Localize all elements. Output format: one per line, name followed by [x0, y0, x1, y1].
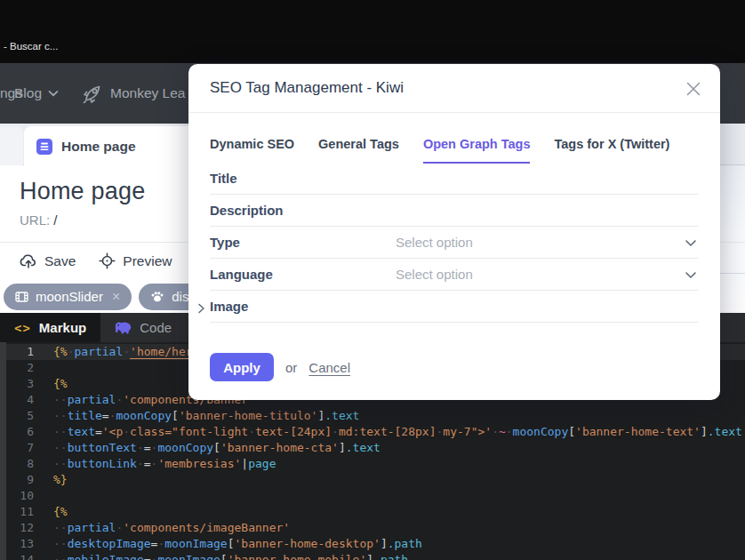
upload-cloud-icon	[20, 253, 37, 269]
chevron-down-icon	[685, 271, 697, 279]
modal-tab-open-graph-tags[interactable]: Open Graph Tags	[423, 137, 531, 164]
modal-fields: TitleDescriptionTypeSelect optionLanguag…	[210, 163, 699, 323]
line-number: 3	[0, 376, 46, 392]
code-text: ··text='<p·class="font-light·text-[24px]…	[46, 424, 745, 440]
code-text: {%	[46, 376, 68, 392]
browser-topbar: - Buscar c...	[0, 0, 745, 63]
modal-header: SEO Tag Management - Kiwi	[188, 64, 720, 113]
code-line[interactable]: 5··title=·moonCopy['banner-home-titulo']…	[0, 408, 745, 424]
nav-monkey-label: Monkey Lea	[110, 85, 185, 101]
save-button[interactable]: Save	[20, 253, 76, 269]
code-line[interactable]: 9%}	[0, 472, 745, 488]
code-text	[46, 360, 53, 376]
line-number: 12	[0, 520, 46, 536]
line-number: 7	[0, 440, 46, 456]
field-placeholder-language[interactable]: Select option	[396, 267, 685, 282]
close-icon[interactable]	[685, 80, 702, 98]
line-number: 4	[0, 392, 46, 408]
chevron-down-icon	[685, 239, 697, 247]
tab-home-page-label: Home page	[61, 139, 136, 155]
field-label-language: Language	[210, 267, 396, 282]
field-row-title: Title	[210, 163, 699, 195]
code-text: ··title=·moonCopy['banner-home-titulo'].…	[46, 408, 359, 424]
field-label-type: Type	[210, 235, 396, 250]
chevron-right-icon	[197, 303, 205, 314]
modal-actions: Apply or Cancel	[210, 353, 350, 381]
component-pill-label: moonSlider	[36, 289, 103, 304]
modal-tabs: Dynamic SEOGeneral TagsOpen Graph TagsTa…	[188, 113, 720, 164]
chevron-down-icon	[48, 90, 59, 97]
code-text: ··mobileImage=·moonImage['banner-home-mo…	[46, 552, 408, 560]
preview-button[interactable]: Preview	[99, 252, 172, 269]
code-line[interactable]: 8··buttonLink·=·'membresias'|page	[0, 456, 745, 472]
editor-tab-code[interactable]: Code	[100, 313, 186, 342]
field-label-description: Description	[210, 203, 396, 218]
chevron-down-icon[interactable]	[685, 235, 697, 251]
code-text: ··buttonText·=·moonCopy['banner-home-cta…	[46, 440, 381, 456]
cancel-link[interactable]: Cancel	[308, 360, 350, 375]
line-number: 10	[0, 488, 46, 504]
line-number: 8	[0, 456, 46, 472]
line-number: 11	[0, 504, 46, 520]
modal-tab-dynamic-seo[interactable]: Dynamic SEO	[210, 137, 294, 164]
screen: - Buscar c... Blog Monkey Lea ngs	[0, 0, 745, 560]
php-elephant-icon	[115, 321, 132, 334]
editor-tab-markup[interactable]: <>Markup	[0, 313, 100, 342]
chevron-right-icon[interactable]	[197, 301, 205, 317]
field-row-language[interactable]: LanguageSelect option	[210, 259, 699, 291]
code-text: ··partial·'components/imageBanner'	[46, 520, 290, 536]
editor-left-strip	[0, 342, 6, 560]
apply-button[interactable]: Apply	[210, 353, 274, 381]
rocket-icon	[80, 82, 104, 106]
page-title: Home page	[20, 178, 145, 205]
field-placeholder-type[interactable]: Select option	[396, 235, 685, 250]
field-row-description: Description	[210, 195, 699, 227]
field-row-type[interactable]: TypeSelect option	[210, 227, 699, 259]
document-icon	[36, 139, 52, 155]
modal-tab-general-tags[interactable]: General Tags	[318, 137, 399, 164]
line-number: 5	[0, 408, 46, 424]
code-line[interactable]: 13··desktopImage=·moonImage['banner-home…	[0, 536, 745, 552]
line-number: 1	[0, 344, 46, 360]
chevron-down-icon[interactable]	[685, 267, 697, 283]
field-label-title: Title	[210, 171, 396, 186]
line-number: 9	[0, 472, 46, 488]
modal-title: SEO Tag Management - Kiwi	[210, 79, 404, 97]
line-number: 6	[0, 424, 46, 440]
editor-tab-label: Markup	[39, 320, 86, 335]
field-label-image: Image	[210, 299, 396, 314]
code-text: ··buttonLink·=·'membresias'|page	[46, 456, 276, 472]
film-icon	[15, 291, 28, 303]
preview-label: Preview	[123, 253, 172, 269]
component-pill-moonslider[interactable]: moonSlider×	[4, 284, 132, 310]
inactive-tab-fragment[interactable]	[0, 126, 23, 165]
code-text	[46, 488, 53, 504]
nav-blog-label: Blog	[14, 85, 42, 101]
line-number: 2	[0, 360, 46, 376]
code-line[interactable]: 6··text='<p·class="font-light·text-[24px…	[0, 424, 745, 440]
editor-tab-label: Code	[140, 320, 172, 335]
modal-tab-tags-for-x-twitter-[interactable]: Tags for X (Twitter)	[554, 137, 669, 164]
code-line[interactable]: 7··buttonText·=·moonCopy['banner-home-ct…	[0, 440, 745, 456]
seo-tag-modal: SEO Tag Management - Kiwi Dynamic SEOGen…	[188, 64, 720, 400]
field-row-image[interactable]: Image	[210, 291, 699, 323]
nav-item-blog[interactable]: Blog	[14, 63, 59, 124]
code-line[interactable]: 14··mobileImage=·moonImage['banner-home-…	[0, 552, 745, 560]
line-number: 14	[0, 552, 46, 560]
remove-component-icon[interactable]: ×	[112, 289, 120, 305]
code-text: ··desktopImage=·moonImage['banner-home-d…	[46, 536, 422, 552]
line-number: 13	[0, 536, 46, 552]
url-row: URL:/	[20, 212, 57, 228]
code-line[interactable]: 10	[0, 488, 745, 504]
bookmark-item[interactable]: - Buscar c...	[4, 41, 58, 52]
code-brackets-icon: <>	[14, 321, 31, 335]
code-line[interactable]: 12··partial·'components/imageBanner'	[0, 520, 745, 536]
or-label: or	[285, 360, 297, 375]
code-text: {%	[46, 504, 68, 520]
target-icon	[99, 252, 116, 269]
save-label: Save	[44, 253, 76, 269]
nav-item-monkey-learning[interactable]: Monkey Lea	[80, 63, 185, 124]
paw-icon	[150, 291, 164, 303]
code-line[interactable]: 11{%	[0, 504, 745, 520]
url-value: /	[53, 212, 57, 228]
